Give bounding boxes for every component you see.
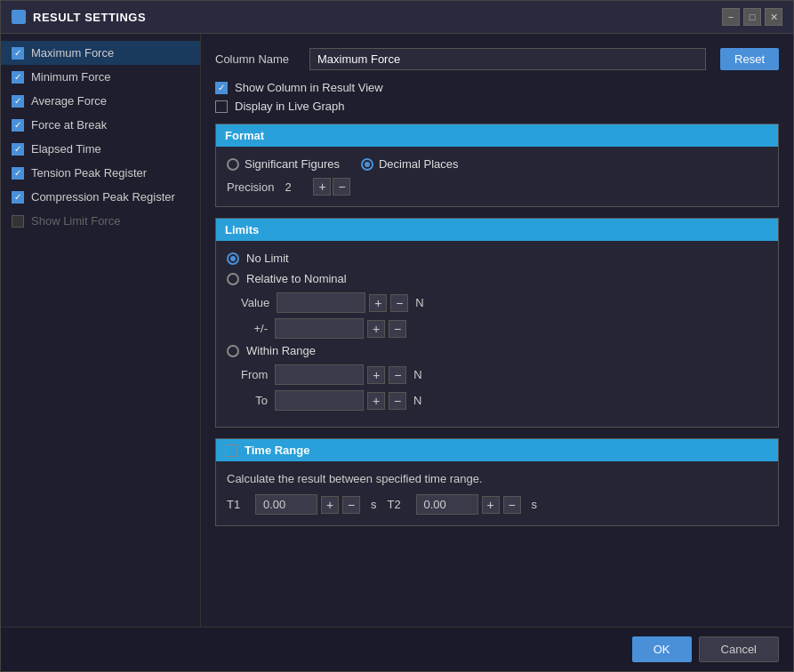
t1-input[interactable]: [255, 494, 317, 515]
t2-input-group: + −: [416, 494, 521, 515]
limits-section-header: Limits: [216, 219, 778, 241]
time-range-inputs: T1 + − s T2 + − s: [227, 494, 767, 515]
window-controls: − □ ✕: [722, 8, 782, 26]
sidebar-label-maximum-force: Maximum Force: [31, 46, 114, 60]
time-range-title: Time Range: [245, 444, 309, 457]
sidebar-label-force-at-break: Force at Break: [31, 118, 107, 132]
sidebar-label-elapsed-time: Elapsed Time: [31, 142, 101, 156]
to-label: To: [241, 394, 268, 407]
sidebar-label-compression-peak-register: Compression Peak Register: [31, 190, 175, 204]
t2-decrement[interactable]: −: [503, 496, 521, 514]
plus-minus-input[interactable]: [275, 318, 364, 339]
to-unit: N: [413, 394, 421, 407]
precision-row: Precision 2 + −: [227, 178, 767, 196]
t2-input[interactable]: [416, 494, 478, 515]
value-input[interactable]: [277, 292, 365, 313]
footer: OK Cancel: [1, 627, 793, 671]
plus-minus-input-group: + −: [275, 318, 406, 339]
relative-nominal-row: Relative to Nominal: [227, 272, 767, 285]
plus-minus-row: +/- + −: [227, 318, 767, 339]
format-section-body: Significant Figures Decimal Places Preci…: [216, 147, 778, 206]
maximize-button[interactable]: □: [743, 8, 761, 26]
to-input[interactable]: [275, 390, 364, 411]
sidebar-item-maximum-force[interactable]: Maximum Force: [1, 41, 200, 65]
plus-minus-decrement[interactable]: −: [389, 320, 406, 338]
from-increment[interactable]: +: [367, 366, 385, 384]
precision-spin: + −: [313, 178, 350, 196]
t1-increment[interactable]: +: [321, 496, 339, 514]
checkbox-icon-force-at-break: [12, 119, 24, 132]
dialog-title: RESULT SETTINGS: [33, 11, 146, 24]
within-range-radio[interactable]: [227, 345, 239, 357]
time-range-section-body: Calculate the result between specified t…: [216, 461, 778, 525]
t1-decrement[interactable]: −: [342, 496, 360, 514]
main-panel: Column Name Reset Show Column in Result …: [201, 34, 793, 627]
column-name-input[interactable]: [309, 48, 706, 70]
sidebar-item-tension-peak-register[interactable]: Tension Peak Register: [1, 161, 200, 185]
t2-label: T2: [388, 498, 405, 511]
cancel-button[interactable]: Cancel: [699, 636, 779, 662]
value-decrement[interactable]: −: [390, 294, 408, 312]
title-bar: RESULT SETTINGS − □ ✕: [1, 1, 793, 34]
display-live-label: Display in Live Graph: [235, 100, 345, 113]
ok-button[interactable]: OK: [632, 636, 692, 662]
to-decrement[interactable]: −: [389, 392, 406, 410]
format-radio-group: Significant Figures Decimal Places: [227, 157, 767, 171]
value-increment[interactable]: +: [369, 294, 387, 312]
title-bar-left: RESULT SETTINGS: [12, 10, 146, 24]
time-range-section-header: Time Range: [216, 439, 778, 461]
decimal-places-radio[interactable]: [361, 158, 373, 171]
no-limit-radio[interactable]: [227, 252, 239, 265]
within-range-row: Within Range: [227, 344, 767, 357]
from-input[interactable]: [275, 364, 364, 385]
sidebar-item-minimum-force[interactable]: Minimum Force: [1, 65, 200, 89]
t2-unit: s: [532, 498, 538, 511]
checkbox-icon-average-force: [12, 95, 24, 108]
limits-section: Limits No Limit Relative to Nominal Valu…: [215, 218, 779, 428]
value-label: Value: [241, 296, 269, 309]
decimal-places-option: Decimal Places: [361, 157, 459, 171]
display-live-row: Display in Live Graph: [215, 100, 779, 113]
plus-minus-increment[interactable]: +: [367, 320, 385, 338]
t1-unit: s: [371, 498, 377, 511]
value-unit: N: [415, 296, 423, 309]
format-section: Format Significant Figures Decimal Place…: [215, 124, 779, 207]
precision-decrement[interactable]: −: [333, 178, 350, 196]
display-live-checkbox[interactable]: [215, 100, 228, 113]
precision-value: 2: [285, 180, 302, 194]
sig-figures-label: Significant Figures: [245, 157, 340, 171]
sidebar-label-minimum-force: Minimum Force: [31, 70, 111, 84]
within-range-label: Within Range: [246, 344, 316, 357]
relative-nominal-radio[interactable]: [227, 273, 239, 285]
to-input-group: + −: [275, 390, 406, 411]
time-range-description: Calculate the result between specified t…: [227, 472, 767, 485]
time-range-section: Time Range Calculate the result between …: [215, 438, 779, 526]
sidebar-item-average-force[interactable]: Average Force: [1, 89, 200, 113]
precision-increment[interactable]: +: [313, 178, 331, 196]
relative-nominal-label: Relative to Nominal: [246, 272, 347, 285]
checkbox-icon-compression-peak-register: [12, 191, 24, 204]
plus-minus-label: +/-: [241, 322, 268, 335]
to-increment[interactable]: +: [367, 392, 385, 410]
reset-button[interactable]: Reset: [720, 48, 779, 70]
sidebar-label-tension-peak-register: Tension Peak Register: [31, 166, 147, 180]
from-unit: N: [413, 368, 421, 381]
from-label: From: [241, 368, 268, 381]
from-decrement[interactable]: −: [389, 366, 406, 384]
t2-increment[interactable]: +: [482, 496, 500, 514]
checkbox-icon-maximum-force: [12, 47, 24, 60]
checkbox-icon-elapsed-time: [12, 143, 24, 156]
close-button[interactable]: ✕: [765, 8, 782, 26]
sidebar-label-average-force: Average Force: [31, 94, 107, 108]
no-limit-label: No Limit: [246, 252, 289, 265]
sig-figures-radio[interactable]: [227, 158, 239, 171]
sidebar-item-force-at-break[interactable]: Force at Break: [1, 113, 200, 137]
show-column-label: Show Column in Result View: [235, 81, 383, 94]
minimize-button[interactable]: −: [722, 8, 740, 26]
sidebar-item-elapsed-time[interactable]: Elapsed Time: [1, 137, 200, 161]
sidebar-item-compression-peak-register[interactable]: Compression Peak Register: [1, 185, 200, 209]
t1-label: T1: [227, 498, 245, 511]
time-range-checkbox[interactable]: [225, 444, 237, 457]
sidebar: Maximum ForceMinimum ForceAverage ForceF…: [1, 34, 201, 627]
show-column-checkbox[interactable]: [215, 82, 228, 94]
